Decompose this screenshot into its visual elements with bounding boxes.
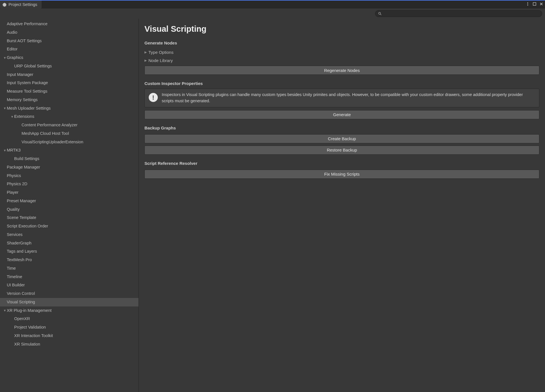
- sidebar-item-label: Quality: [7, 206, 20, 213]
- sidebar-item[interactable]: ▼Extensions: [0, 112, 139, 121]
- sidebar-item[interactable]: Timeline: [0, 273, 139, 281]
- sidebar-item[interactable]: Preset Manager: [0, 197, 139, 205]
- regenerate-nodes-button[interactable]: Regenerate Nodes: [144, 66, 539, 75]
- restore-backup-button[interactable]: Restore Backup: [144, 146, 539, 155]
- sidebar-item-label: XR Simulation: [14, 341, 40, 348]
- sidebar-item[interactable]: Physics: [0, 172, 139, 180]
- settings-content: Visual Scripting Generate Nodes ▶ Type O…: [139, 19, 545, 392]
- chevron-down-icon[interactable]: ▼: [10, 114, 14, 119]
- tab-title: Project Settings: [8, 2, 37, 7]
- sidebar-item[interactable]: Measure Tool Settings: [0, 87, 139, 96]
- settings-sidebar: Adaptive PerformanceAudioBurst AOT Setti…: [0, 19, 139, 392]
- generate-button[interactable]: Generate: [144, 110, 539, 119]
- sidebar-item[interactable]: ▼MRTK3: [0, 146, 139, 155]
- sidebar-item[interactable]: Project Validation: [0, 323, 139, 332]
- sidebar-item[interactable]: ShaderGraph: [0, 239, 139, 248]
- chevron-down-icon[interactable]: ▼: [3, 106, 7, 111]
- svg-point-2: [527, 5, 528, 6]
- sidebar-item-label: URP Global Settings: [14, 63, 52, 69]
- gear-icon: [2, 2, 7, 7]
- sidebar-item[interactable]: ▼Graphics: [0, 54, 139, 62]
- foldout-node-library[interactable]: ▶ Node Library: [144, 56, 539, 65]
- sidebar-item-label: Content Performance Analyzer: [22, 122, 77, 128]
- sidebar-item-label: Tags and Layers: [7, 248, 37, 255]
- sidebar-item-label: MRTK3: [7, 147, 21, 154]
- sidebar-item[interactable]: Player: [0, 188, 139, 197]
- sidebar-item[interactable]: Memory Settings: [0, 96, 139, 104]
- kebab-menu-icon[interactable]: [526, 2, 530, 6]
- sidebar-item[interactable]: OpenXR: [0, 315, 139, 323]
- sidebar-item-label: MeshApp Cloud Host Tool: [22, 131, 69, 137]
- sidebar-item-label: Input Manager: [7, 72, 33, 78]
- sidebar-item[interactable]: Physics 2D: [0, 180, 139, 188]
- sidebar-item[interactable]: Input Manager: [0, 71, 139, 79]
- sidebar-item[interactable]: XR Simulation: [0, 340, 139, 349]
- section-script-reference-resolver: Script Reference Resolver: [144, 161, 539, 166]
- sidebar-item-label: Extensions: [14, 114, 34, 120]
- sidebar-item[interactable]: Time: [0, 264, 139, 273]
- search-input[interactable]: [384, 12, 539, 16]
- tab-bar: Project Settings: [0, 0, 545, 8]
- sidebar-item[interactable]: Input System Package: [0, 79, 139, 87]
- chevron-down-icon[interactable]: ▼: [3, 148, 7, 153]
- sidebar-item[interactable]: ▼Mesh Uploader Settings: [0, 104, 139, 113]
- project-settings-tab[interactable]: Project Settings: [0, 1, 42, 8]
- sidebar-item[interactable]: Burst AOT Settings: [0, 37, 139, 45]
- sidebar-item[interactable]: Editor: [0, 45, 139, 54]
- sidebar-item[interactable]: UI Builder: [0, 281, 139, 289]
- info-icon: !: [149, 93, 158, 102]
- sidebar-item-label: Input System Package: [7, 80, 48, 86]
- sidebar-item-label: Time: [7, 265, 16, 272]
- close-icon[interactable]: [539, 2, 543, 6]
- sidebar-item-label: Script Execution Order: [7, 223, 48, 229]
- sidebar-item[interactable]: URP Global Settings: [0, 62, 139, 71]
- sidebar-item[interactable]: Script Execution Order: [0, 222, 139, 231]
- sidebar-item[interactable]: VisualScriptingUploaderExtension: [0, 138, 139, 146]
- sidebar-item-label: Burst AOT Settings: [7, 38, 42, 44]
- sidebar-item-label: OpenXR: [14, 316, 30, 322]
- sidebar-item-label: VisualScriptingUploaderExtension: [22, 139, 83, 145]
- sidebar-item[interactable]: MeshApp Cloud Host Tool: [0, 129, 139, 138]
- search-box[interactable]: [375, 10, 542, 17]
- info-text: Inspectors in Visual Scripting plugins c…: [162, 92, 535, 104]
- sidebar-item[interactable]: Version Control: [0, 289, 139, 298]
- sidebar-item-label: Memory Settings: [7, 97, 38, 103]
- sidebar-item-label: XR Interaction Toolkit: [14, 333, 53, 339]
- sidebar-item-label: TextMesh Pro: [7, 257, 32, 263]
- section-custom-inspector: Custom Inspector Properties: [144, 81, 539, 86]
- sidebar-item[interactable]: TextMesh Pro: [0, 256, 139, 264]
- sidebar-item[interactable]: Content Performance Analyzer: [0, 121, 139, 129]
- sidebar-item[interactable]: ▼XR Plug-in Management: [0, 306, 139, 315]
- sidebar-item-label: Services: [7, 232, 23, 238]
- sidebar-item[interactable]: Audio: [0, 28, 139, 37]
- chevron-down-icon[interactable]: ▼: [3, 308, 7, 313]
- foldout-type-options[interactable]: ▶ Type Options: [144, 48, 539, 56]
- sidebar-item-label: ShaderGraph: [7, 240, 31, 246]
- sidebar-item-label: Graphics: [7, 55, 23, 61]
- sidebar-item-label: XR Plug-in Management: [7, 308, 52, 314]
- sidebar-item[interactable]: Visual Scripting: [0, 298, 139, 306]
- sidebar-item-label: Preset Manager: [7, 198, 36, 204]
- maximize-icon[interactable]: [533, 2, 537, 6]
- sidebar-item[interactable]: XR Interaction Toolkit: [0, 332, 139, 340]
- sidebar-item-label: UI Builder: [7, 282, 25, 288]
- sidebar-item-label: Visual Scripting: [7, 299, 35, 305]
- sidebar-item-label: Project Validation: [14, 324, 46, 331]
- sidebar-item[interactable]: Scene Template: [0, 214, 139, 222]
- page-title: Visual Scripting: [144, 24, 539, 34]
- sidebar-item-label: Measure Tool Settings: [7, 88, 47, 95]
- sidebar-item-label: Scene Template: [7, 215, 36, 221]
- search-icon: [378, 12, 382, 15]
- sidebar-item[interactable]: Adaptive Performance: [0, 20, 139, 28]
- sidebar-item[interactable]: Package Manager: [0, 163, 139, 172]
- chevron-down-icon[interactable]: ▼: [3, 56, 7, 60]
- sidebar-item[interactable]: Services: [0, 231, 139, 239]
- sidebar-item[interactable]: Build Settings: [0, 155, 139, 163]
- fix-missing-scripts-button[interactable]: Fix Missing Scripts: [144, 170, 539, 179]
- svg-line-5: [380, 14, 381, 15]
- sidebar-item[interactable]: Quality: [0, 205, 139, 214]
- create-backup-button[interactable]: Create Backup: [144, 134, 539, 143]
- sidebar-item[interactable]: Tags and Layers: [0, 247, 139, 256]
- chevron-right-icon: ▶: [144, 50, 147, 54]
- sidebar-item-label: Audio: [7, 29, 17, 36]
